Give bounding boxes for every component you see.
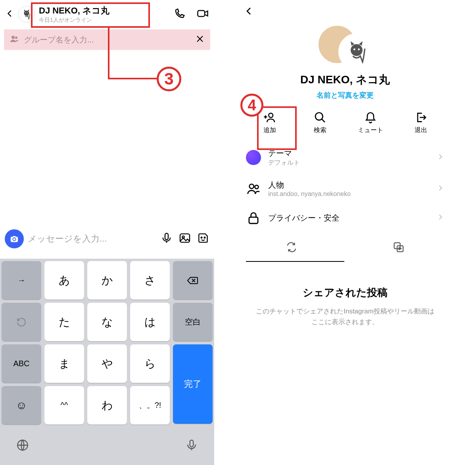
group-icon [10, 34, 19, 45]
svg-point-14 [204, 237, 205, 238]
theme-value: デフォルト [268, 159, 429, 167]
action-row: 4 追加 検索 ミュート 退出 [244, 111, 446, 135]
chevron-right-icon [436, 213, 444, 223]
svg-rect-29 [249, 217, 258, 223]
svg-line-26 [322, 119, 325, 122]
svg-point-5 [15, 37, 17, 39]
svg-point-20 [353, 48, 355, 50]
back-button[interactable] [6, 9, 14, 19]
key-space[interactable]: 空白 [173, 303, 213, 341]
change-name-photo-link[interactable]: 名前と写真を変更 [238, 90, 452, 100]
globe-icon[interactable] [16, 438, 29, 453]
svg-point-28 [255, 185, 258, 188]
avatar-member-2 [338, 33, 375, 70]
tab-reshares[interactable] [238, 237, 345, 257]
key-ra[interactable]: ら [130, 344, 170, 383]
svg-rect-3 [198, 11, 205, 17]
mute-button[interactable]: ミュート [349, 111, 392, 135]
group-name-input[interactable]: グループ名を入力... [24, 35, 190, 45]
image-icon[interactable] [178, 232, 191, 246]
annotation-line [108, 28, 109, 79]
theme-color-icon [246, 150, 261, 165]
key-wa[interactable]: わ [87, 386, 127, 425]
key-ya[interactable]: や [87, 344, 127, 383]
key-sa[interactable]: さ [130, 261, 170, 300]
svg-point-1 [25, 12, 26, 13]
key-backspace[interactable] [173, 261, 213, 300]
back-button[interactable] [244, 10, 254, 17]
key-ka[interactable]: か [87, 261, 127, 300]
svg-point-27 [250, 184, 254, 188]
annotation-badge-4: 4 [240, 94, 263, 117]
dictation-icon[interactable] [185, 438, 198, 453]
video-call-icon[interactable] [197, 8, 209, 21]
people-label: 人物 [268, 180, 429, 190]
sticker-icon[interactable] [197, 232, 209, 246]
svg-point-0 [24, 11, 29, 16]
svg-point-19 [351, 44, 363, 56]
annotation-box-3 [31, 2, 150, 28]
mic-icon[interactable] [160, 232, 173, 246]
annotation-line [108, 78, 159, 79]
annotation-box-4 [257, 106, 297, 150]
audio-call-icon[interactable] [174, 8, 186, 21]
key-arrow[interactable]: → [2, 261, 41, 300]
shared-section-title: シェアされた投稿 [238, 286, 452, 300]
svg-marker-32 [399, 248, 401, 250]
tab-media[interactable] [345, 237, 452, 257]
key-a[interactable]: あ [44, 261, 84, 300]
svg-point-2 [27, 12, 28, 13]
shared-section-desc: このチャットでシェアされたInstagram投稿やリール動画はここに表示されます… [254, 306, 436, 327]
leave-button[interactable]: 退出 [399, 111, 443, 135]
info-header [238, 0, 452, 17]
keyboard: → あ か さ た な は 空白 ABC ま や ら 完了 ☺ [0, 259, 214, 465]
action-label: 検索 [314, 126, 326, 135]
info-title: DJ NEKO, ネコ丸 [238, 72, 452, 87]
people-row[interactable]: 人物 inst.andoo, nyanya.nekoneko [238, 173, 452, 204]
svg-rect-18 [190, 440, 194, 447]
key-abc[interactable]: ABC [2, 344, 41, 383]
action-label: ミュート [358, 126, 383, 135]
chat-screen: DJ NEKO, ネコ丸 今日1人がオンライン 3 グループ名を入力... メッ… [0, 0, 214, 465]
clear-icon[interactable] [195, 34, 205, 45]
key-ha[interactable]: は [130, 303, 170, 341]
key-undo[interactable] [2, 303, 41, 341]
svg-rect-10 [165, 233, 168, 240]
message-input[interactable]: メッセージを入力... [28, 233, 156, 245]
svg-point-21 [358, 48, 360, 50]
message-input-row: メッセージを入力... [0, 225, 214, 252]
svg-rect-11 [180, 234, 190, 242]
key-emoji[interactable]: ☺ [2, 386, 41, 425]
shared-tabs [238, 234, 452, 261]
group-avatar[interactable] [317, 21, 373, 68]
svg-point-13 [201, 237, 202, 238]
chevron-right-icon [436, 184, 444, 194]
key-ta[interactable]: た [44, 303, 84, 341]
lock-icon [246, 210, 261, 225]
group-name-input-row: グループ名を入力... [4, 29, 210, 50]
active-tab-underline [246, 261, 344, 262]
svg-point-25 [315, 113, 323, 120]
settings-list: テーマ デフォルト 人物 inst.andoo, nyanya.nekoneko… [238, 142, 452, 232]
action-label: 退出 [415, 126, 427, 135]
key-na[interactable]: な [87, 303, 127, 341]
annotation-badge-3: 3 [157, 67, 181, 91]
key-ma[interactable]: ま [44, 344, 84, 383]
camera-button[interactable] [5, 229, 24, 248]
search-button[interactable]: 検索 [298, 111, 342, 135]
chevron-right-icon [436, 153, 444, 162]
key-caret[interactable]: ^^ [44, 386, 84, 425]
privacy-label: プライバシー・安全 [268, 213, 429, 223]
privacy-row[interactable]: プライバシー・安全 [238, 204, 452, 232]
people-icon [246, 181, 261, 196]
svg-point-4 [12, 36, 15, 39]
chat-info-screen: DJ NEKO, ネコ丸 名前と写真を変更 4 追加 検索 ミュート 退出 テー… [238, 0, 452, 465]
key-punct[interactable]: 、。?! [130, 386, 170, 425]
people-value: inst.andoo, nyanya.nekoneko [268, 190, 429, 198]
